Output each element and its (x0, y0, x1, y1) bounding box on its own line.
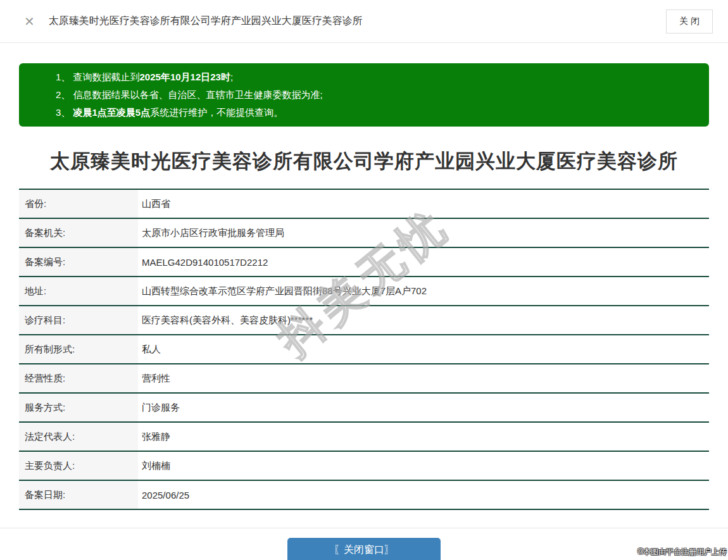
row-value: 私人 (138, 335, 161, 363)
notice-line-2: 2、 信息数据结果以各省、自治区、直辖市卫生健康委数据为准; (56, 86, 696, 104)
row-value: 山西转型综合改革示范区学府产业园晋阳街88号兴业大厦7层A户702 (138, 277, 427, 305)
table-row-filing-authority: 备案机关: 太原市小店区行政审批服务管理局 (19, 219, 709, 248)
row-value: 门诊服务 (138, 394, 180, 421)
page-title: 太原臻美时光医疗美容诊所有限公司学府产业园兴业大厦医疗美容诊所 (19, 148, 709, 175)
notice-line-1: 1、 查询数据截止到2025年10月12日23时; (56, 68, 696, 86)
row-label: 备案编号: (19, 248, 138, 276)
table-row-address: 地址: 山西转型综合改革示范区学府产业园晋阳街88号兴业大厦7层A户702 (19, 277, 709, 306)
table-row-ownership-form: 所有制形式: 私人 (19, 335, 709, 364)
row-label: 法定代表人: (19, 423, 138, 451)
table-row-medical-subjects: 诊疗科目: 医疗美容科(美容外科、美容皮肤科)****** (19, 306, 709, 335)
notice-line-3: 3、 凌晨1点至凌晨5点系统进行维护，不能提供查询。 (56, 104, 696, 121)
row-value: 太原市小店区行政审批服务管理局 (138, 219, 284, 247)
notice-banner: 1、 查询数据截止到2025年10月12日23时; 2、 信息数据结果以各省、自… (19, 63, 709, 127)
row-value: 刘楠楠 (138, 452, 170, 480)
close-button[interactable]: 关 闭 (666, 9, 713, 34)
footer: 〖关闭窗口〗 (0, 528, 728, 560)
row-label: 地址: (19, 277, 138, 305)
row-value: 医疗美容科(美容外科、美容皮肤科)****** (138, 306, 313, 334)
table-row-province: 省份: 山西省 (19, 190, 709, 219)
notice-line-1-text: 1、 查询数据截止到 (56, 72, 140, 82)
table-row-service-mode: 服务方式: 门诊服务 (19, 394, 709, 423)
row-label: 主要负责人: (19, 452, 138, 480)
window-title: 太原臻美时光医疗美容诊所有限公司学府产业园兴业大厦医疗美容诊所 (49, 15, 363, 28)
row-label: 备案机关: (19, 219, 138, 247)
notice-line-2-text: 2、 信息数据结果以各省、自治区、直辖市卫生健康委数据为准; (56, 89, 323, 100)
detail-table: 省份: 山西省 备案机关: 太原市小店区行政审批服务管理局 备案编号: MAEL… (19, 189, 709, 510)
close-window-button[interactable]: 〖关闭窗口〗 (287, 538, 441, 560)
notice-line-1-bold: 2025年10月12日23时 (140, 72, 230, 82)
copyright-note: ©本图由平台注册用户上传 (637, 547, 727, 557)
notice-line-3-post: 系统进行维护，不能提供查询。 (150, 107, 283, 118)
row-label: 所有制形式: (19, 335, 138, 363)
row-value: MAELG42D914010517D2212 (138, 248, 268, 276)
record-detail-page: ✕ 太原臻美时光医疗美容诊所有限公司学府产业园兴业大厦医疗美容诊所 关 闭 1、… (0, 0, 728, 560)
row-value: 张雅静 (138, 423, 170, 451)
notice-line-3-bold: 凌晨1点至凌晨5点 (73, 107, 151, 118)
table-row-legal-representative: 法定代表人: 张雅静 (19, 423, 709, 452)
row-value: 营利性 (138, 364, 170, 392)
notice-line-1-post: ; (230, 72, 233, 82)
table-row-filing-date: 备案日期: 2025/06/25 (19, 481, 709, 510)
row-label: 经营性质: (19, 364, 138, 392)
row-label: 省份: (19, 190, 138, 218)
row-value: 山西省 (138, 190, 170, 218)
table-row-main-person-in-charge: 主要负责人: 刘楠楠 (19, 452, 709, 481)
row-value: 2025/06/25 (138, 481, 189, 509)
close-icon[interactable]: ✕ (24, 15, 35, 28)
row-label: 备案日期: (19, 481, 138, 509)
table-row-business-nature: 经营性质: 营利性 (19, 364, 709, 394)
row-label: 诊疗科目: (19, 306, 138, 334)
row-label: 服务方式: (19, 394, 138, 421)
table-row-filing-number: 备案编号: MAELG42D914010517D2212 (19, 248, 709, 277)
notice-line-3-text: 3、 (56, 107, 73, 118)
top-bar: ✕ 太原臻美时光医疗美容诊所有限公司学府产业园兴业大厦医疗美容诊所 关 闭 (0, 0, 728, 43)
content-area: 1、 查询数据截止到2025年10月12日23时; 2、 信息数据结果以各省、自… (0, 63, 728, 510)
